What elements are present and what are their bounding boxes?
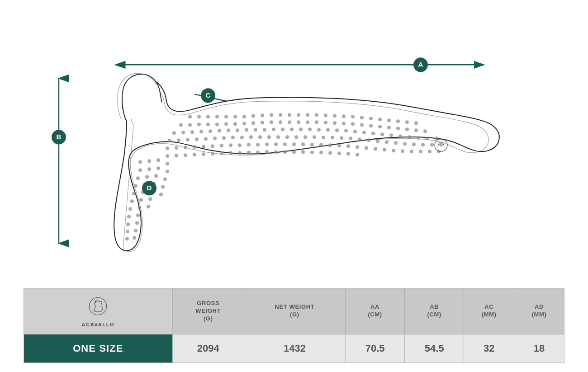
ac-value: 32 — [464, 334, 514, 363]
svg-point-141 — [274, 142, 278, 146]
svg-point-91 — [380, 132, 384, 136]
svg-point-25 — [288, 113, 291, 117]
svg-point-207 — [147, 205, 150, 208]
svg-point-47 — [242, 122, 246, 125]
svg-point-144 — [301, 142, 305, 146]
svg-point-166 — [220, 151, 223, 155]
svg-point-211 — [135, 221, 139, 225]
svg-point-198 — [132, 192, 136, 195]
gross-weight-header: GROSSWEIGHT(G) — [172, 288, 244, 334]
svg-point-145 — [310, 143, 314, 146]
svg-point-124 — [403, 142, 407, 146]
svg-point-119 — [358, 137, 361, 141]
svg-point-170 — [256, 151, 260, 154]
svg-point-154 — [392, 149, 395, 152]
svg-point-160 — [166, 154, 169, 158]
svg-point-86 — [335, 128, 339, 132]
net-weight-header: NET WEIGHT(G) — [244, 288, 345, 334]
svg-point-51 — [279, 120, 282, 124]
svg-point-57 — [333, 121, 337, 125]
svg-point-77 — [254, 128, 257, 132]
svg-point-151 — [365, 146, 368, 150]
svg-point-146 — [319, 143, 323, 146]
svg-point-33 — [360, 116, 364, 119]
svg-point-171 — [265, 150, 269, 154]
svg-point-88 — [353, 130, 357, 133]
svg-point-82 — [299, 127, 303, 131]
svg-point-39 — [414, 121, 418, 125]
svg-point-137 — [238, 143, 242, 147]
svg-point-40 — [179, 123, 183, 127]
svg-point-167 — [229, 151, 232, 155]
svg-point-30 — [333, 114, 337, 118]
svg-point-121 — [376, 139, 379, 143]
svg-point-45 — [224, 122, 228, 126]
ac-header: AC(MM) — [464, 288, 514, 334]
ab-value: 54.5 — [405, 334, 464, 363]
svg-point-54 — [306, 120, 309, 124]
svg-point-87 — [344, 129, 348, 132]
svg-text:C: C — [206, 91, 211, 99]
svg-point-41 — [188, 123, 192, 127]
svg-point-133 — [202, 145, 205, 148]
svg-point-138 — [247, 143, 251, 146]
svg-point-212 — [126, 230, 129, 233]
svg-point-67 — [423, 129, 427, 133]
svg-point-36 — [387, 118, 391, 122]
svg-point-49 — [261, 121, 264, 124]
svg-point-108 — [258, 135, 262, 139]
svg-point-90 — [371, 132, 375, 135]
ad-header: AD(MM) — [514, 288, 564, 334]
svg-point-156 — [410, 150, 413, 153]
svg-point-120 — [367, 138, 370, 142]
svg-point-105 — [231, 136, 235, 139]
svg-point-113 — [303, 135, 307, 139]
svg-point-114 — [313, 135, 316, 139]
svg-point-215 — [133, 236, 136, 240]
svg-point-127 — [430, 143, 434, 146]
svg-point-18 — [224, 115, 228, 118]
svg-point-31 — [342, 114, 346, 118]
diagram-area: A B C — [0, 0, 588, 288]
svg-point-29 — [324, 113, 327, 117]
svg-point-53 — [297, 120, 300, 124]
svg-point-134 — [211, 144, 214, 148]
svg-point-78 — [263, 128, 266, 132]
svg-point-132 — [193, 145, 196, 149]
svg-point-148 — [337, 144, 341, 147]
ab-header: AB(CM) — [405, 288, 464, 334]
svg-point-21 — [251, 114, 255, 118]
svg-point-61 — [369, 124, 373, 127]
svg-point-94 — [408, 135, 411, 139]
svg-point-37 — [396, 119, 400, 123]
svg-point-50 — [270, 120, 273, 124]
svg-point-153 — [383, 148, 386, 151]
svg-point-19 — [233, 115, 237, 118]
svg-point-205 — [128, 207, 132, 211]
svg-point-129 — [166, 146, 169, 150]
svg-point-111 — [285, 135, 289, 139]
svg-point-175 — [301, 150, 305, 154]
svg-point-24 — [279, 113, 282, 117]
acavallo-logo-svg — [85, 295, 110, 320]
svg-point-193 — [163, 177, 167, 181]
svg-point-140 — [265, 142, 269, 146]
svg-point-16 — [206, 115, 210, 118]
svg-point-32 — [351, 115, 355, 118]
svg-point-104 — [222, 136, 226, 140]
svg-point-115 — [322, 136, 325, 139]
svg-point-117 — [340, 136, 343, 140]
svg-point-147 — [328, 143, 332, 147]
svg-point-162 — [184, 153, 187, 157]
svg-point-122 — [385, 140, 389, 144]
svg-point-128 — [439, 143, 443, 146]
svg-point-42 — [197, 122, 201, 126]
svg-point-89 — [362, 131, 366, 134]
svg-point-98 — [168, 139, 171, 142]
svg-point-99 — [177, 138, 180, 142]
svg-point-79 — [272, 127, 275, 131]
svg-point-80 — [281, 127, 285, 131]
ad-value: 18 — [514, 334, 564, 363]
svg-point-28 — [315, 113, 318, 117]
svg-point-189 — [166, 170, 169, 173]
